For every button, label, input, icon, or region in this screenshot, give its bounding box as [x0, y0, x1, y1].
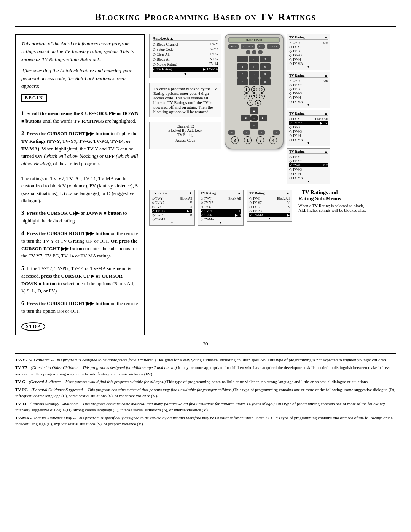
num-8[interactable]: 8 — [249, 71, 259, 78]
num-4[interactable]: 4 — [237, 63, 248, 70]
left-instructions-panel: This portion of the AutoLock features co… — [15, 34, 145, 335]
remote-ch-up[interactable]: + — [258, 130, 265, 135]
num-6[interactable]: 6 — [260, 63, 271, 70]
remote-dot-btn[interactable]: • — [246, 50, 250, 54]
circle-5: 5 — [251, 93, 257, 99]
remote-dpad: ▲ ◀ ● ▶ ▼ — [241, 107, 267, 129]
info-box: To view a program blocked by the TV Rati… — [149, 83, 221, 117]
num-2[interactable]: 2 — [249, 56, 259, 62]
remote-ch-dn[interactable]: − — [273, 130, 280, 135]
step-circle-2: 2 — [256, 136, 264, 144]
panel-tvy-on: TV Rating▲ ✓ TV-YOn ◇ TV-Y7 ◇ TV-G ◇ TV-… — [287, 72, 330, 108]
dpad-down[interactable]: ▼ — [250, 122, 258, 129]
num-0[interactable]: 0 — [249, 78, 259, 85]
intro-paragraph2: After selecting the Autolock feature and… — [21, 67, 139, 90]
dpad-center[interactable]: ● — [250, 115, 258, 121]
remote-dot3-btn[interactable]: • — [258, 50, 263, 54]
footnote-tvma: TV-MA - (Mature Audience Only -- This pr… — [15, 415, 396, 427]
step-3: 3 Press the CURSOR UP▶ or DOWN ■ button … — [21, 209, 139, 225]
remote-dot2-btn[interactable]: • — [252, 50, 256, 54]
step-circle-3: 3 — [231, 136, 239, 144]
footnote-tvg: TV-G - (General Audience -- Most parents… — [15, 379, 396, 385]
begin-label: BEGIN — [21, 94, 47, 102]
dpad-left[interactable]: ◀ — [241, 115, 250, 121]
autolock-menu: AutoLock ▲ ◇ Block ChannelTV-Y ◇ Setup C… — [149, 34, 221, 78]
footnote-tv14: TV-14 - (Parents Strongly Cautioned -- T… — [15, 401, 396, 413]
bottom-panel-2: TV Rating▲ ◇ TV-YBlock All ◇ TV-Y7 ◇ TV-… — [198, 190, 244, 226]
num-7[interactable]: 7 — [237, 71, 248, 78]
circle-4: 4 — [244, 93, 250, 99]
footnote-tvpg: TV-PG - (Parental Guidance Suggested -- … — [15, 387, 396, 399]
num-1[interactable]: 1 — [237, 56, 248, 62]
right-illustration-panel: AutoLock ▲ ◇ Block ChannelTV-Y ◇ Setup C… — [149, 34, 396, 335]
remote-numpad: 1 2 3 4 5 6 7 8 9 * 0 # — [237, 56, 271, 85]
remote-control-image: SLEEP | POWER A/CH STNDBY CC CLOCK • • • — [225, 34, 284, 149]
circle-3: 3 — [259, 86, 265, 93]
num-3[interactable]: 3 — [260, 56, 271, 62]
rating-footnote: When a TV Rating is selected to block,AL… — [298, 203, 366, 212]
panel-tvy-off: TV Rating▲ ✓ TV-YOff ◇ TV-Y7 ◇ TV-G ◇ TV… — [287, 34, 330, 70]
stop-label: STOP — [21, 322, 45, 331]
footnote-tvy: TV-Y - (All children -- This program is … — [15, 357, 396, 363]
footnote-tvy7: TV-Y7 - (Directed to Older Children -- T… — [15, 364, 396, 377]
circle-1: 1 — [244, 86, 250, 93]
circle-8: 8 — [255, 100, 261, 106]
intro-paragraph1: This portion of the AutoLock features co… — [21, 40, 139, 63]
remote-vol-up[interactable]: + — [228, 130, 235, 135]
circle-6: 6 — [259, 93, 265, 99]
remote-clock-btn[interactable]: CLOCK — [267, 44, 280, 49]
panel-blockall-fv: TV Rating▲ ◇ TV-YBlock All ✓ TV-Y7▶ FV ◇… — [287, 110, 330, 146]
remote-screen: SLEEP | POWER — [228, 37, 280, 43]
right-rating-panels: TV Rating▲ ✓ TV-YOff ◇ TV-Y7 ◇ TV-G ◇ TV… — [287, 34, 330, 184]
remote-input-btn[interactable]: A/CH — [228, 44, 239, 49]
num-9[interactable]: 9 — [260, 71, 271, 78]
bottom-panel-3: TV Rating▲ ◇ TV-YBlock All ◇ TV-Y7V ◇ TV… — [247, 190, 292, 222]
channel-box: Channel 12 Blocked By AutoLock TV Rating… — [149, 122, 221, 149]
step-circle-1: 1 — [244, 136, 252, 144]
num-star[interactable]: * — [237, 78, 248, 85]
remote-vol-dn[interactable]: − — [243, 130, 250, 135]
step-6: 6 Press the CURSOR RIGHT ▶▶ button on th… — [21, 299, 139, 315]
step-5: 5 If the TV-Y7, TV-PG, TV-14 or TV-MA su… — [21, 264, 139, 295]
page-title: Blocking Programming Based on TV Ratings — [15, 11, 396, 27]
step-2: 2 Press the CURSOR RIGHT ▶▶ button to di… — [21, 129, 139, 204]
remote-body: SLEEP | POWER A/CH STNDBY CC CLOCK • • • — [225, 34, 284, 149]
dpad-up[interactable]: ▲ — [250, 107, 258, 114]
remote-cc-btn[interactable]: CC — [257, 44, 264, 49]
rating-label-area: TV Ratings and Rating Sub-Menus When a T… — [298, 190, 366, 212]
page-number: 20 — [15, 341, 396, 347]
num-5[interactable]: 5 — [249, 63, 259, 70]
footnotes-section: TV-Y - (All children -- This program is … — [15, 353, 396, 427]
bottom-panel-1: TV Rating▲ ◇ TV-YBlock All ◇ TV-Y7V ◇ TV… — [149, 190, 195, 226]
circle-2: 2 — [251, 86, 257, 93]
dpad-right[interactable]: ▶ — [259, 115, 267, 121]
panel-tvg-off: TV Rating▲ ◇ TV-Y ◇ TV-Y7 ✓ TV-GOff ◇ TV… — [287, 148, 330, 184]
step-4: 4 Press the CURSOR RIGHT ▶▶ button on th… — [21, 229, 139, 260]
remote-stdby-btn[interactable]: STNDBY — [241, 44, 255, 49]
step-1: 1 Scroll the menu using the CUR-SOR UP▶ … — [21, 109, 139, 125]
circle-7: 7 — [247, 100, 253, 106]
num-hash[interactable]: # — [260, 78, 271, 85]
step-circle-4: 4 — [269, 136, 277, 144]
